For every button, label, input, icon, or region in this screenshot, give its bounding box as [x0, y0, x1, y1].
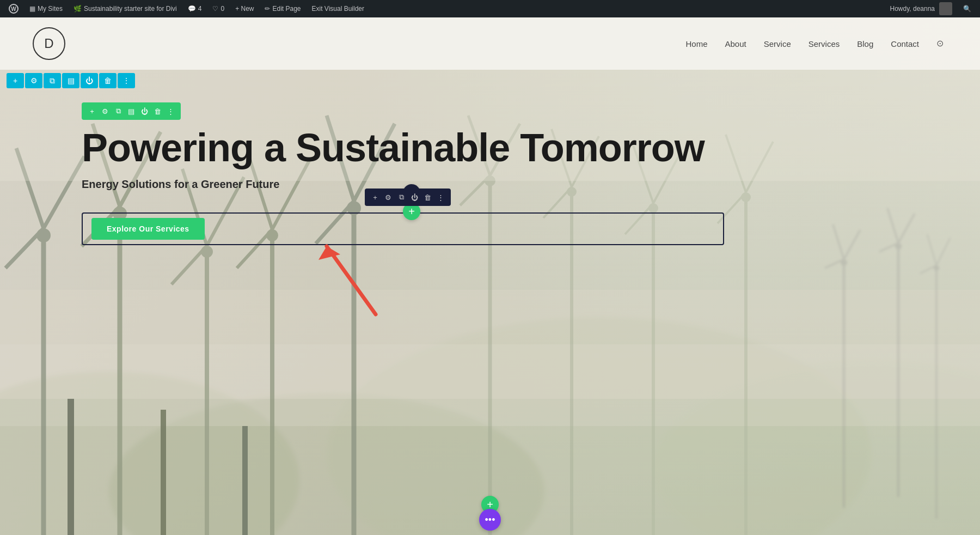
- hero-title: Powering a Sustainable Tomorrow: [82, 126, 898, 169]
- title-toolbar-settings[interactable]: ⚙: [99, 105, 111, 117]
- nav-blog[interactable]: Blog: [857, 39, 873, 48]
- admin-bar-right: Howdy, deanna 🔍: [886, 2, 976, 15]
- title-module-toolbar: + ⚙ ⧉ ▤ ⏻ 🗑 ⋮: [82, 102, 181, 120]
- btn-toolbar-duplicate[interactable]: ⧉: [395, 191, 407, 203]
- site-header: D Home About Service Services Blog Conta…: [0, 17, 980, 70]
- title-toolbar-rows[interactable]: ▤: [125, 105, 137, 117]
- avatar-placeholder: [939, 2, 952, 15]
- my-sites-icon: ▦: [29, 5, 35, 13]
- my-sites-button[interactable]: ▦ My Sites: [25, 0, 67, 17]
- divi-duplicate-button[interactable]: ⧉: [44, 73, 61, 88]
- search-icon[interactable]: ⊙: [936, 38, 947, 49]
- like-icon: ♡: [212, 5, 218, 13]
- wp-icon: W: [9, 4, 19, 14]
- title-toolbar-delete[interactable]: 🗑: [151, 105, 163, 117]
- site-logo[interactable]: D: [33, 27, 65, 60]
- site-icon: 🌿: [74, 5, 82, 13]
- likes-button[interactable]: ♡ 0: [208, 0, 229, 17]
- wp-logo-button[interactable]: W: [4, 0, 23, 17]
- divi-delete-button[interactable]: 🗑: [99, 73, 117, 88]
- admin-bar: W ▦ My Sites 🌿 Sustainability starter si…: [0, 0, 980, 17]
- exit-vb-label: Exit Visual Builder: [312, 5, 365, 13]
- admin-search-icon: 🔍: [963, 5, 971, 13]
- my-sites-label: My Sites: [38, 5, 63, 13]
- button-row: + ⚙ ⧉ ⏻ 🗑 ⋮ Explore Our Services + +: [82, 212, 898, 245]
- title-toolbar-more[interactable]: ⋮: [164, 105, 176, 117]
- title-toolbar-power[interactable]: ⏻: [138, 105, 150, 117]
- new-button[interactable]: + New: [231, 0, 258, 17]
- edit-page-button[interactable]: ✏ Edit Page: [260, 0, 305, 17]
- nav-about[interactable]: About: [725, 39, 746, 48]
- logo-letter: D: [44, 36, 53, 51]
- divi-add-button[interactable]: +: [7, 73, 24, 88]
- exit-vb-button[interactable]: Exit Visual Builder: [308, 0, 369, 17]
- divi-disable-button[interactable]: ▤: [62, 73, 79, 88]
- edit-page-label: Edit Page: [272, 5, 301, 13]
- comments-button[interactable]: 💬 4: [183, 0, 206, 17]
- title-toolbar-duplicate[interactable]: ⧉: [112, 105, 124, 117]
- site-name-label: Sustainability starter site for Divi: [84, 5, 177, 13]
- site-nav: Home About Service Services Blog Contact…: [685, 38, 947, 49]
- comments-count: 4: [198, 5, 202, 13]
- section-more-button[interactable]: •••: [479, 509, 501, 531]
- new-label: + New: [235, 5, 254, 13]
- howdy-label: Howdy, deanna: [890, 5, 935, 13]
- divi-visibility-button[interactable]: ⏻: [81, 73, 98, 88]
- pencil-icon: ✏: [265, 5, 270, 13]
- btn-toolbar-delete[interactable]: 🗑: [421, 191, 433, 203]
- explore-button[interactable]: Explore Our Services: [91, 218, 205, 240]
- button-module: Explore Our Services: [82, 212, 724, 245]
- hero-content: + ⚙ ⧉ ▤ ⏻ 🗑 ⋮ Powering a Sustainable Tom…: [0, 92, 980, 278]
- btn-toolbar-add[interactable]: +: [369, 191, 381, 203]
- hero-subtitle: Energy Solutions for a Greener Future: [82, 178, 898, 191]
- site-name-button[interactable]: 🌿 Sustainability starter site for Divi: [69, 0, 181, 17]
- nav-home[interactable]: Home: [685, 39, 707, 48]
- nav-services[interactable]: Services: [808, 39, 840, 48]
- btn-toolbar-power[interactable]: ⏻: [408, 191, 420, 203]
- howdy-button[interactable]: Howdy, deanna: [886, 2, 957, 15]
- nav-contact[interactable]: Contact: [891, 39, 919, 48]
- nav-service[interactable]: Service: [764, 39, 791, 48]
- btn-toolbar-settings[interactable]: ⚙: [382, 191, 394, 203]
- btn-toolbar-more[interactable]: ⋮: [434, 191, 446, 203]
- divi-settings-button[interactable]: ⚙: [25, 73, 42, 88]
- site-wrapper: D Home About Service Services Blog Conta…: [0, 17, 980, 535]
- divi-more-button[interactable]: ⋮: [118, 73, 135, 88]
- admin-search-button[interactable]: 🔍: [959, 5, 976, 13]
- title-toolbar-add[interactable]: +: [86, 105, 98, 117]
- bottom-more-section: •••: [479, 509, 501, 531]
- comment-icon: 💬: [188, 5, 196, 13]
- divi-top-toolbar: + ⚙ ⧉ ▤ ⏻ 🗑 ⋮: [0, 70, 980, 92]
- button-module-toolbar: + ⚙ ⧉ ⏻ 🗑 ⋮: [365, 189, 451, 206]
- likes-count: 0: [220, 5, 224, 13]
